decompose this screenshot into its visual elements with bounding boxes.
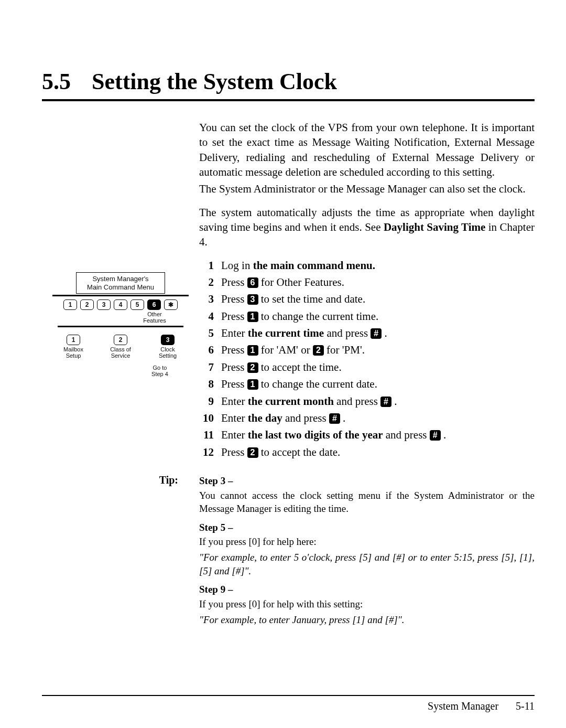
step-number: 6 [199,342,214,357]
step-item: 10Enter the day and press # . [199,411,535,425]
diagram-col-mailbox: 1 MailboxSetup [58,335,89,359]
left-column: System Manager's Main Command Menu 1 2 3… [42,120,199,462]
step-item: 4Press 1 to change the current time. [199,309,535,324]
tip5-italic-text: "For example, to enter 5 o'clock, press … [199,552,535,576]
keycap-icon: 2 [313,345,324,356]
diagram-label-cos: Class ofService [105,346,136,359]
diagram-key-1: 1 [63,299,77,310]
keycap-icon: 2 [247,362,258,373]
diagram-other-features-label: OtherFeatures [110,311,199,324]
step-number: 2 [199,275,214,290]
step-text: Press 1 to change the current time. [221,309,535,324]
step-number: 7 [199,360,214,374]
diagram-col-clock: 3 ClockSetting [152,335,183,359]
step-number: 12 [199,445,214,459]
diagram-menu-title: System Manager's Main Command Menu [76,272,165,294]
step-number: 8 [199,377,214,391]
step-item: 5Enter the current time and press # . [199,326,535,340]
step-text: Press 3 to set the time and date. [221,292,535,306]
step-text: Enter the day and press # . [221,411,535,425]
diagram-title-line2: Main Command Menu [87,283,154,291]
keycap-icon: # [430,430,441,441]
keycap-icon: 2 [247,447,258,458]
section-title: Setting the System Clock [92,68,337,95]
intro-paragraph-1: You can set the clock of the VPS from yo… [199,120,535,179]
step-item: 3Press 3 to set the time and date. [199,292,535,306]
step-text: Enter the current time and press # . [221,326,535,340]
step-item: 11Enter the last two digits of the year … [199,427,535,442]
intro-p3-bold: Daylight Saving Time [384,221,485,233]
diagram-key-4: 4 [114,299,127,310]
step-text: Log in the main command menu. [221,258,535,273]
tip5-line1: If you press [0] for help here: [199,535,535,549]
footer-section: System Manager [428,700,498,712]
step-item: 1Log in the main command menu. [199,258,535,273]
step-text: Enter the current month and press # . [221,394,535,409]
step-text: Press 6 for Other Features. [221,275,535,290]
step-number: 10 [199,411,214,425]
diagram-key-star: ✱ [164,299,178,310]
steps-list: 1Log in the main command menu.2Press 6 f… [199,258,535,459]
diagram-col-cos: 2 Class ofService [105,335,136,359]
step-item: 8Press 1 to change the current date. [199,377,535,391]
diagram-title-line1: System Manager's [92,275,148,283]
tip9-head: Step 9 – [199,583,535,596]
tip-label: Tip: [42,474,199,628]
tip9-italic: "For example, to enter January, press [1… [199,613,535,627]
tip9-italic-text: "For example, to enter January, press [1… [199,614,405,625]
step-number: 4 [199,309,214,324]
intro-paragraph-3: The system automatically adjusts the tim… [199,205,535,250]
tips-block: Tip: Step 3 – You cannot access the cloc… [42,474,535,628]
tip9-line1: If you press [0] for help with this sett… [199,597,535,611]
keycap-icon: 6 [247,277,258,288]
diagram-key-2: 2 [80,299,94,310]
diagram-bar-mid [58,326,183,327]
diagram-bar-top [52,295,189,296]
step-number: 1 [199,258,214,273]
page-footer: System Manager 5-11 [42,695,535,712]
footer-page-number: 5-11 [516,700,535,712]
diagram-label-clock: ClockSetting [152,346,183,359]
tip5-head: Step 5 – [199,521,535,534]
section-header: 5.5 Setting the System Clock [42,68,535,101]
menu-diagram: System Manager's Main Command Menu 1 2 3… [42,272,199,377]
diagram-key-3: 3 [97,299,111,310]
keycap-icon: 1 [247,312,258,322]
keycap-icon: 1 [247,345,258,356]
step-text: Press 2 to accept the date. [221,445,535,459]
keycap-icon: 3 [247,294,258,305]
diagram-key-row: 1 2 3 4 5 6 ✱ [42,299,199,310]
diagram-key-5: 5 [130,299,144,310]
intro-paragraph-2: The System Administrator or the Message … [199,181,535,196]
diagram-label-mailbox: MailboxSetup [58,346,89,359]
keycap-icon: # [380,397,391,407]
diagram-key-clock: 3 [161,335,175,345]
step-number: 3 [199,292,214,306]
step-text: Press 1 for 'AM' or 2 for 'PM'. [221,342,535,357]
tip3-body: You cannot access the clock setting menu… [199,489,535,516]
step-number: 11 [199,427,214,442]
tip5-italic: "For example, to enter 5 o'clock, press … [199,551,535,577]
keycap-icon: # [371,328,382,339]
step-number: 9 [199,394,214,409]
step-item: 2Press 6 for Other Features. [199,275,535,290]
diagram-row2: 1 MailboxSetup 2 Class ofService 3 Clock… [58,335,183,359]
keycap-icon: 1 [247,379,258,390]
body-columns: System Manager's Main Command Menu 1 2 3… [42,120,535,462]
tips-body: Step 3 – You cannot access the clock set… [199,474,535,628]
section-number: 5.5 [42,68,71,95]
step-item: 6Press 1 for 'AM' or 2 for 'PM'. [199,342,535,357]
diagram-key-cos: 2 [114,335,127,345]
keycap-icon: # [329,413,340,424]
step-text: Press 1 to change the current date. [221,377,535,391]
step-item: 9Enter the current month and press # . [199,394,535,409]
step-item: 7Press 2 to accept the time. [199,360,535,374]
step-item: 12Press 2 to accept the date. [199,445,535,459]
tip3-head: Step 3 – [199,474,535,488]
diagram-key-6: 6 [147,299,161,310]
step-text: Press 2 to accept the time. [221,360,535,374]
diagram-goto-label: Go toStep 4 [121,365,199,377]
step-text: Enter the last two digits of the year an… [221,427,535,442]
right-column: You can set the clock of the VPS from yo… [199,120,535,462]
diagram-key-mailbox: 1 [67,335,80,345]
